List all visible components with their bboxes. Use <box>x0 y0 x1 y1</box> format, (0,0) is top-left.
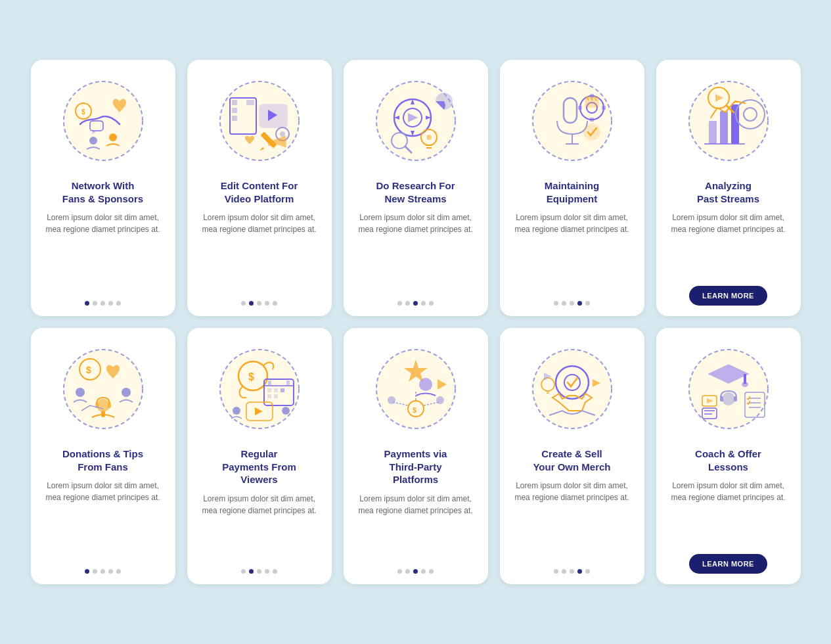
svg-point-64 <box>122 388 131 397</box>
svg-point-0 <box>64 81 143 160</box>
dot-4[interactable] <box>429 301 434 306</box>
dot-1[interactable] <box>249 569 254 574</box>
svg-rect-103 <box>720 396 723 402</box>
dot-3[interactable] <box>421 301 426 306</box>
dot-0[interactable] <box>85 301 89 306</box>
dot-2[interactable] <box>413 569 418 574</box>
dot-3[interactable] <box>108 301 113 306</box>
dot-1[interactable] <box>562 301 566 306</box>
svg-point-91 <box>436 396 444 404</box>
dot-4[interactable] <box>273 569 277 574</box>
dot-2[interactable] <box>257 301 261 306</box>
analyzing-learn-more-button[interactable]: LEARN MORE <box>689 286 767 306</box>
dot-3[interactable] <box>577 301 582 306</box>
dot-1[interactable] <box>562 569 566 574</box>
svg-point-17 <box>280 131 285 137</box>
svg-point-101 <box>742 382 748 387</box>
equipment-title: Maintaining Equipment <box>545 179 599 205</box>
dot-2[interactable] <box>570 569 574 574</box>
dot-0[interactable] <box>397 301 402 306</box>
dot-0[interactable] <box>85 569 89 574</box>
card-coach: Coach & Offer LessonsLorem ipsum dolor s… <box>656 328 801 584</box>
card-payments: $ Regular Payments From ViewersLorem ips… <box>187 328 332 584</box>
coach-title: Coach & Offer Lessons <box>695 448 761 473</box>
svg-point-3 <box>89 137 97 145</box>
card-network: $ Network With Fans & SponsorsLorem ipsu… <box>31 60 175 316</box>
dot-3[interactable] <box>421 569 426 574</box>
dot-2[interactable] <box>413 301 418 306</box>
svg-rect-62 <box>101 411 105 417</box>
dot-1[interactable] <box>93 569 97 574</box>
thirdparty-title: Payments via Third-Party Platforms <box>384 448 447 486</box>
dot-1[interactable] <box>249 301 254 306</box>
thirdparty-pagination-dots <box>397 569 434 574</box>
merch-icon <box>523 340 621 438</box>
dot-3[interactable] <box>108 569 113 574</box>
analyzing-icon <box>679 72 778 170</box>
dot-4[interactable] <box>585 301 590 306</box>
dot-4[interactable] <box>429 569 434 574</box>
dot-0[interactable] <box>241 569 246 574</box>
svg-point-83 <box>419 378 432 391</box>
coach-learn-more-button[interactable]: LEARN MORE <box>689 554 767 574</box>
donations-body: Lorem ipsum dolor sit dim amet, mea regi… <box>41 480 165 560</box>
card-thirdparty: $ Payments via Third-Party PlatformsLore… <box>344 328 488 584</box>
svg-point-31 <box>533 81 612 160</box>
dot-4[interactable] <box>585 569 590 574</box>
dot-4[interactable] <box>116 301 121 306</box>
equipment-pagination-dots <box>554 301 590 306</box>
svg-rect-76 <box>274 394 278 398</box>
research-title: Do Research For New Streams <box>376 179 455 205</box>
svg-rect-75 <box>267 394 271 398</box>
svg-point-90 <box>388 396 395 404</box>
dot-4[interactable] <box>116 569 121 574</box>
dot-1[interactable] <box>405 301 410 306</box>
edit-body: Lorem ipsum dolor sit dim amet, mea regi… <box>198 212 321 292</box>
dot-3[interactable] <box>577 569 582 574</box>
svg-rect-39 <box>578 106 582 110</box>
dot-2[interactable] <box>570 301 574 306</box>
edit-pagination-dots <box>241 301 277 306</box>
dot-2[interactable] <box>257 569 261 574</box>
svg-point-92 <box>533 350 612 428</box>
payments-pagination-dots <box>241 569 277 574</box>
svg-point-102 <box>722 392 735 405</box>
svg-rect-72 <box>267 388 271 392</box>
svg-point-41 <box>584 124 600 140</box>
dot-4[interactable] <box>273 301 277 306</box>
edit-icon <box>210 72 309 170</box>
dot-3[interactable] <box>265 569 269 574</box>
svg-point-63 <box>76 388 85 397</box>
svg-text:$: $ <box>413 406 416 414</box>
donations-title: Donations & Tips From Fans <box>62 448 143 473</box>
equipment-body: Lorem ipsum dolor sit dim amet, mea regi… <box>510 212 634 292</box>
dot-1[interactable] <box>93 301 97 306</box>
dot-0[interactable] <box>241 301 246 306</box>
research-pagination-dots <box>397 301 434 306</box>
dot-2[interactable] <box>101 301 105 306</box>
svg-point-79 <box>233 407 240 415</box>
research-body: Lorem ipsum dolor sit dim amet, mea regi… <box>354 212 478 292</box>
svg-rect-11 <box>246 100 254 105</box>
svg-rect-71 <box>286 380 290 386</box>
research-icon <box>367 72 465 170</box>
svg-text:$: $ <box>248 371 254 382</box>
card-merch: Create & Sell Your Own MerchLorem ipsum … <box>500 328 644 584</box>
merch-body: Lorem ipsum dolor sit dim amet, mea regi… <box>510 480 634 560</box>
network-icon: $ <box>54 72 152 170</box>
equipment-icon <box>523 72 621 170</box>
svg-rect-70 <box>268 380 271 386</box>
merch-pagination-dots <box>554 569 590 574</box>
dot-1[interactable] <box>405 569 410 574</box>
thirdparty-body: Lorem ipsum dolor sit dim amet, mea regi… <box>354 493 478 561</box>
dot-3[interactable] <box>265 301 269 306</box>
dot-0[interactable] <box>397 569 402 574</box>
card-grid: $ Network With Fans & SponsorsLorem ipsu… <box>31 60 801 584</box>
dot-2[interactable] <box>101 569 105 574</box>
card-analyzing: Analyzing Past StreamsLorem ipsum dolor … <box>656 60 801 316</box>
analyzing-title: Analyzing Past Streams <box>697 179 759 205</box>
dot-0[interactable] <box>554 569 558 574</box>
dot-0[interactable] <box>554 301 558 306</box>
coach-body: Lorem ipsum dolor sit dim amet, mea regi… <box>667 480 790 545</box>
svg-rect-48 <box>720 111 728 144</box>
